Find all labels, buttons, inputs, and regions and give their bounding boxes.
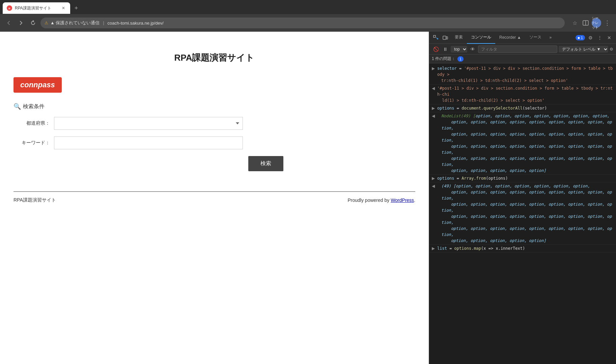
- new-tab-button[interactable]: +: [72, 3, 81, 13]
- menu-button[interactable]: ⋮: [603, 18, 612, 28]
- console-text: NodeList(49) [option, option, option, op…: [437, 113, 613, 174]
- console-filter-input[interactable]: [478, 46, 557, 53]
- expand-icon[interactable]: ▶: [432, 65, 436, 84]
- connpass-logo: connpass: [13, 77, 62, 93]
- browser-actions: ☆ シークレット ⋮: [570, 18, 612, 28]
- issues-label: 1 件の問題：: [432, 56, 455, 62]
- keyword-label: キーワード：: [13, 140, 54, 146]
- back-button[interactable]: [4, 18, 13, 28]
- devtools-close-button[interactable]: ✕: [605, 34, 613, 42]
- clear-console-button[interactable]: 🚫: [432, 45, 440, 53]
- console-entry: ◀ '#post-11 > div > div > section.condit…: [429, 85, 616, 104]
- devtools-tabs: 要素 コンソール Recorder ▲ ソース »: [451, 32, 556, 44]
- address-url: ▲ 保護されていない通信: [50, 20, 100, 26]
- tab-elements[interactable]: 要素: [451, 32, 467, 44]
- address-url-text: coach-tomi.sakura.ne.jp/dev/: [108, 21, 164, 26]
- console-text: (49) [option, option, option, option, op…: [437, 183, 613, 244]
- keyword-input[interactable]: [54, 136, 243, 149]
- console-entry: ▶ selector = '#post-11 > div > div > sec…: [429, 65, 616, 85]
- page-title: RPA課題演習サイト: [13, 52, 415, 64]
- address-input[interactable]: ⚠ ▲ 保護されていない通信 | coach-tomi.sakura.ne.jp…: [40, 18, 565, 28]
- console-entry: ▶ options = document.querySelectorAll(se…: [429, 104, 616, 112]
- console-text: selector = '#post-11 > div > div > secti…: [437, 65, 613, 84]
- wordpress-link[interactable]: WordPress: [391, 198, 414, 203]
- split-view-button[interactable]: [581, 18, 590, 28]
- tab-console[interactable]: コンソール: [467, 32, 495, 44]
- prefecture-select[interactable]: 北海道 青森県 岩手県 宮城県 秋田県 山形県 福島県 茨城県 栃木県 群馬県 …: [54, 117, 243, 130]
- tab-close-button[interactable]: ✕: [61, 5, 66, 11]
- browser-chrome: R RPA課題演習サイト ✕ + ⚠ ▲ 保護されていない通信 | coach-…: [0, 0, 616, 32]
- expand-icon[interactable]: ▶: [432, 175, 436, 181]
- prefecture-label: 都道府県：: [13, 120, 54, 126]
- keyword-control: [54, 136, 243, 149]
- svg-rect-5: [443, 36, 446, 39]
- devtools-more-button[interactable]: ⋮: [596, 34, 604, 42]
- console-entry: ◀ NodeList(49) [option, option, option, …: [429, 112, 616, 175]
- tab-recorder[interactable]: Recorder ▲: [495, 32, 525, 44]
- error-badge: ■ 1: [576, 35, 585, 40]
- profile-button[interactable]: シークレット: [592, 18, 601, 28]
- svg-text:R: R: [8, 7, 10, 10]
- expand-icon[interactable]: ◀: [432, 85, 436, 103]
- tab-sources[interactable]: ソース: [525, 32, 545, 44]
- devtools-toolbar: 要素 コンソール Recorder ▲ ソース » ■ 1 ⚙: [429, 32, 616, 44]
- bookmark-button[interactable]: ☆: [570, 18, 580, 28]
- submit-row: 検索: [54, 156, 283, 171]
- console-entry: ▶ options = Array.from(options): [429, 175, 616, 182]
- frame-selector[interactable]: top: [451, 46, 467, 53]
- main-area: RPA課題演習サイト connpass 🔍 検索条件 都道府県： 北海道 青森県…: [0, 32, 616, 364]
- devtools-filter-bar: 🚫 ⏸ top 👁 デフォルト レベル ▼ ⚙: [429, 44, 616, 55]
- devtools-console[interactable]: ▶ selector = '#post-11 > div > div > sec…: [429, 63, 616, 364]
- console-text: '#post-11 > div > div > section.conditio…: [437, 85, 613, 103]
- active-tab[interactable]: R RPA課題演習サイト ✕: [3, 2, 70, 14]
- pause-on-exception-button[interactable]: ⏸: [441, 45, 449, 53]
- lock-icon: ⚠: [45, 21, 48, 25]
- console-entry: ▶ list = options.map(x => x.innerText): [429, 245, 616, 252]
- svg-rect-6: [446, 37, 448, 39]
- footer-site-name: RPA課題演習サイト: [13, 197, 56, 203]
- eye-button[interactable]: 👁: [469, 45, 477, 53]
- devtools-issues-bar: 1 件の問題： 1: [429, 55, 616, 63]
- search-heading: 🔍 検索条件: [13, 103, 415, 110]
- console-text: list = options.map(x => x.innerText): [437, 245, 613, 251]
- expand-icon[interactable]: ◀: [432, 113, 436, 174]
- page-footer: RPA課題演習サイト Proudly powered by WordPress.: [0, 197, 429, 210]
- prefecture-row: 都道府県： 北海道 青森県 岩手県 宮城県 秋田県 山形県 福島県 茨城県 栃木…: [13, 117, 415, 130]
- page-header: RPA課題演習サイト: [0, 32, 429, 70]
- forward-button[interactable]: [16, 18, 26, 28]
- tab-bar: R RPA課題演習サイト ✕ +: [0, 0, 616, 14]
- expand-icon[interactable]: ▶: [432, 245, 436, 251]
- console-settings-button[interactable]: ⚙: [610, 47, 613, 52]
- tab-more[interactable]: »: [545, 32, 556, 44]
- log-level-selector[interactable]: デフォルト レベル ▼: [559, 46, 608, 53]
- device-toggle-button[interactable]: [441, 34, 449, 42]
- search-button[interactable]: 検索: [248, 156, 283, 171]
- svg-rect-4: [433, 35, 436, 37]
- devtools-settings-button[interactable]: ⚙: [586, 34, 594, 42]
- expand-icon[interactable]: ◀: [432, 183, 436, 244]
- tab-favicon: R: [7, 5, 12, 11]
- search-section: 🔍 検索条件 都道府県： 北海道 青森県 岩手県 宮城県 秋田県 山形県 福島県: [0, 99, 429, 178]
- console-entry: ◀ (49) [option, option, option, option, …: [429, 182, 616, 245]
- footer-powered-text: Proudly powered by WordPress.: [347, 198, 415, 203]
- inspect-element-button[interactable]: [432, 34, 440, 42]
- tab-title: RPA課題演習サイト: [15, 5, 58, 11]
- footer-divider: [13, 191, 415, 192]
- webpage: RPA課題演習サイト connpass 🔍 検索条件 都道府県： 北海道 青森県…: [0, 32, 429, 364]
- search-icon: 🔍: [13, 103, 21, 110]
- address-bar: ⚠ ▲ 保護されていない通信 | coach-tomi.sakura.ne.jp…: [0, 14, 616, 32]
- logo-area: connpass: [0, 70, 429, 99]
- expand-icon[interactable]: ▶: [432, 105, 436, 111]
- devtools-panel: 要素 コンソール Recorder ▲ ソース » ■ 1 ⚙: [429, 32, 616, 364]
- console-text: options = Array.from(options): [437, 175, 613, 181]
- address-separator: |: [103, 21, 104, 25]
- issues-badge: 1: [457, 56, 464, 62]
- reload-button[interactable]: [28, 18, 38, 28]
- keyword-row: キーワード：: [13, 136, 415, 149]
- console-text: options = document.querySelectorAll(sele…: [437, 105, 613, 111]
- prefecture-control: 北海道 青森県 岩手県 宮城県 秋田県 山形県 福島県 茨城県 栃木県 群馬県 …: [54, 117, 243, 130]
